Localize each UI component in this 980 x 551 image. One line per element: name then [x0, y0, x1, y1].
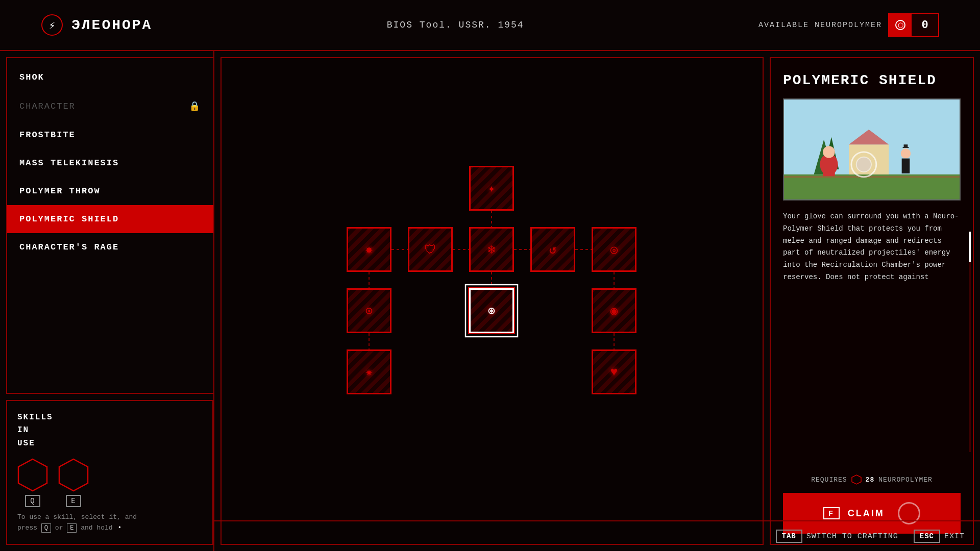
requires-label: REQUIRES: [811, 476, 847, 484]
skill-icon-snowflake: ❄: [488, 242, 495, 257]
skill-icon-target: ⊙: [365, 304, 373, 318]
nav-item-polymeric-shield[interactable]: POLYMERIC SHIELD: [7, 205, 213, 233]
skill-image: [783, 98, 961, 201]
left-panel: SHOK CHARACTER 🔒 FROSTBITE MASS TELEKINE…: [0, 51, 214, 551]
skill-icon-heart: ♥: [610, 365, 618, 379]
skill-node-r4-1[interactable]: ✷: [347, 349, 391, 394]
hint-dot: •: [117, 524, 121, 532]
main-layout: SHOK CHARACTER 🔒 FROSTBITE MASS TELEKINE…: [0, 51, 980, 551]
skill-icon-star: ✦: [488, 181, 495, 196]
svg-rect-18: [784, 174, 960, 199]
skill-icon-shield-r2: 🛡: [424, 242, 436, 257]
hexagon-1: [17, 458, 48, 492]
svg-marker-33: [852, 475, 861, 484]
skill-node-top[interactable]: ✦: [469, 166, 514, 211]
tab-label: SWITCH TO CRAFTING: [806, 532, 898, 541]
hex-slot-2: E: [58, 458, 89, 507]
skills-use-panel: SKILLS IN USE Q: [6, 400, 213, 545]
right-panel: POLYMERIC SHIELD: [770, 57, 974, 545]
skill-detail-title: POLYMERIC SHIELD: [783, 72, 961, 88]
neuro-icon: ⬡: [889, 14, 912, 36]
skill-node-r4-2[interactable]: ♥: [592, 349, 636, 394]
exit-button[interactable]: ESC EXIT: [914, 530, 965, 543]
requires-icon: [851, 474, 862, 485]
neuro-count: 0: [912, 14, 938, 36]
top-bar-left: ⚡ ЭЛЕОНОРА: [41, 14, 152, 36]
requires-amount: 28: [866, 476, 875, 484]
svg-point-24: [823, 146, 835, 158]
skill-icon-eye: ◉: [610, 304, 618, 318]
scroll-indicator[interactable]: [969, 232, 971, 452]
svg-text:⬡: ⬡: [898, 22, 903, 30]
skill-icon-swirl: ◎: [610, 242, 618, 257]
svg-rect-27: [903, 147, 909, 148]
nav-item-character[interactable]: CHARACTER 🔒: [7, 91, 213, 121]
hexagon-2: [58, 458, 89, 492]
skill-node-r2-2[interactable]: 🛡: [408, 227, 453, 272]
hex-slot-1: Q: [17, 458, 48, 507]
esc-key: ESC: [914, 530, 940, 543]
skill-node-r3-center[interactable]: ⊛: [469, 288, 514, 333]
top-bar-right: AVAILABLE NEUROPOLYMER ⬡ 0: [758, 13, 939, 37]
character-name: ЭЛЕОНОРА: [71, 17, 152, 33]
skills-hint: To use a skill, select it, and press Q o…: [17, 512, 202, 534]
nav-item-shok[interactable]: SHOK: [7, 63, 213, 91]
skills-use-title: SKILLS IN USE: [17, 411, 202, 450]
bottom-bar: TAB SWITCH TO CRAFTING ESC EXIT: [214, 520, 980, 551]
svg-marker-5: [59, 459, 88, 491]
scroll-thumb: [969, 232, 971, 262]
key-q-badge: Q: [25, 495, 40, 507]
requires-row: REQUIRES 28 NEUROPOLYMER: [783, 474, 961, 485]
nav-item-frostbite[interactable]: FROSTBITE: [7, 121, 213, 149]
svg-rect-25: [823, 162, 835, 177]
skill-node-r3-3[interactable]: ◉: [592, 288, 636, 333]
skill-node-r3-1[interactable]: ⊙: [347, 288, 391, 333]
svg-rect-26: [904, 144, 908, 147]
svg-text:⚡: ⚡: [48, 20, 55, 33]
nav-item-mass-telekinesis[interactable]: MASS TELEKINESIS: [7, 149, 213, 177]
lock-icon: 🔒: [189, 101, 201, 112]
tab-key: TAB: [776, 530, 802, 543]
bios-tool-label: BIOS Tool. USSR. 1954: [387, 20, 524, 30]
skill-node-r2-1[interactable]: ✸: [347, 227, 391, 272]
skill-description: Your glove can surround you with a Neuro…: [783, 211, 961, 466]
top-bar: ⚡ ЭЛЕОНОРА BIOS Tool. USSR. 1954 AVAILAB…: [0, 0, 980, 51]
cartoon-svg: [784, 99, 960, 199]
center-panel: ✦ ✸ 🛡 ❄ ↺ ◎ ⊙ ⊛: [220, 57, 764, 545]
hexagons-row: Q E: [17, 458, 202, 507]
skill-icon-circle-arrow: ↺: [549, 242, 556, 257]
logo-icon: ⚡: [41, 14, 63, 36]
nav-item-polymer-throw[interactable]: POLYMER THROW: [7, 177, 213, 205]
skill-node-r2-5[interactable]: ◎: [592, 227, 636, 272]
skills-nav: SHOK CHARACTER 🔒 FROSTBITE MASS TELEKINE…: [6, 57, 213, 394]
skill-node-r2-4[interactable]: ↺: [530, 227, 575, 272]
hint-key-e: E: [67, 523, 77, 533]
skill-tree: ✦ ✸ 🛡 ❄ ↺ ◎ ⊙ ⊛: [339, 166, 645, 436]
svg-point-32: [856, 157, 871, 172]
esc-label: EXIT: [944, 532, 965, 541]
neuro-count-box: ⬡ 0: [888, 13, 939, 37]
skill-icon-burst: ✸: [365, 242, 373, 257]
hint-key-q: Q: [41, 523, 51, 533]
skill-node-r2-3[interactable]: ❄: [469, 227, 514, 272]
skill-icon-spark: ✷: [365, 365, 373, 380]
svg-point-28: [901, 148, 911, 159]
claim-label: CLAIM: [848, 508, 885, 519]
nav-item-characters-rage[interactable]: CHARACTER'S RAGE: [7, 233, 213, 261]
claim-key: F: [823, 507, 840, 519]
svg-rect-29: [902, 159, 910, 173]
svg-marker-4: [18, 459, 47, 491]
neuro-label: AVAILABLE NEUROPOLYMER: [758, 21, 882, 30]
skill-icon-selected: ⊛: [488, 304, 495, 318]
requires-unit: NEUROPOLYMER: [878, 476, 933, 484]
key-e-badge: E: [66, 495, 81, 507]
switch-crafting-button[interactable]: TAB SWITCH TO CRAFTING: [776, 530, 898, 543]
